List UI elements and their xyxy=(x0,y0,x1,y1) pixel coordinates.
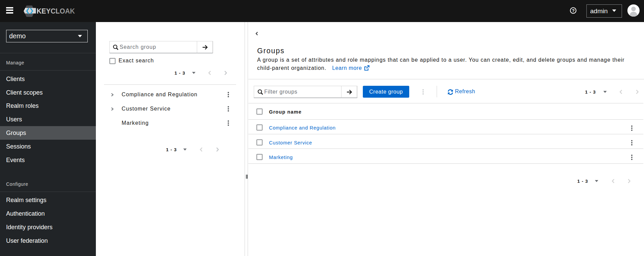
svg-text:KEYCLOAK: KEYCLOAK xyxy=(37,7,75,15)
svg-text:?: ? xyxy=(572,8,575,13)
